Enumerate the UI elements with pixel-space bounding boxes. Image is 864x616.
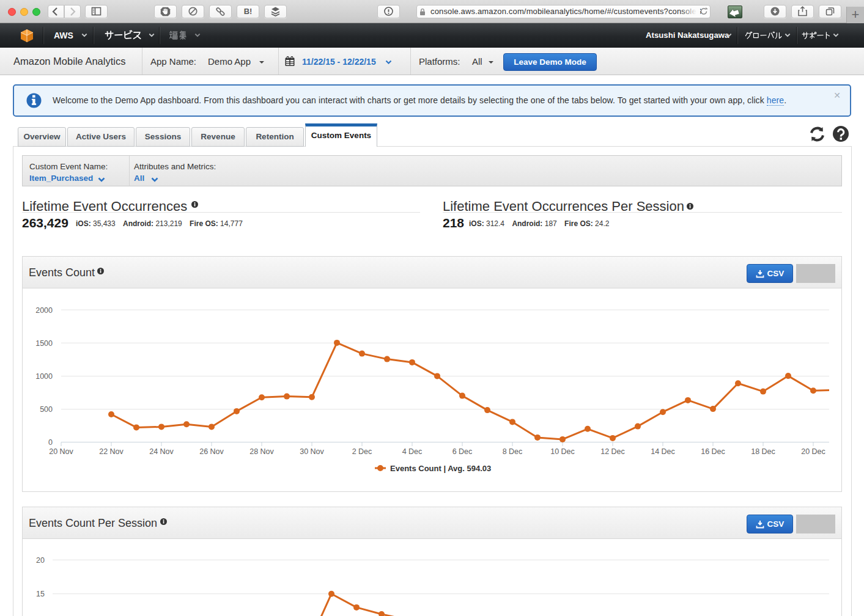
svg-text:20: 20 — [36, 556, 45, 565]
svg-text:15: 15 — [36, 590, 45, 598]
